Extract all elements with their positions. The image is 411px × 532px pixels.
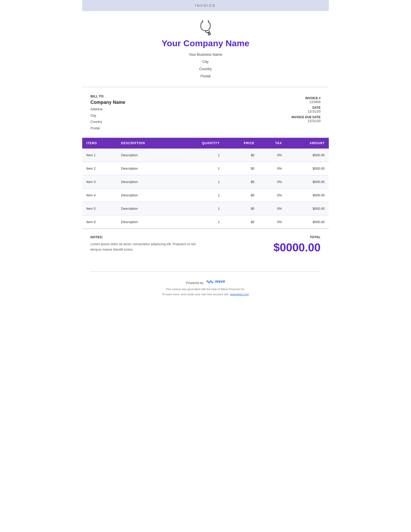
notes-block: NOTES: Lorem ipsum dolor sit amet, conse…	[90, 235, 203, 252]
item-price: $0	[224, 188, 258, 202]
item-price: $0	[224, 149, 258, 162]
bill-to-label: BILL TO:	[90, 94, 125, 98]
bill-company-name: Company Name	[90, 100, 125, 105]
item-quantity: 1	[176, 149, 224, 162]
invoice-due-date-label: INVOICE DUE DATE	[292, 115, 321, 119]
item-name: Item 1	[82, 149, 117, 162]
item-amount: $000.00	[286, 175, 329, 188]
col-header-price: PRICE	[224, 138, 258, 149]
item-name: Item 3	[82, 175, 117, 188]
svg-point-3	[208, 20, 209, 21]
invoice-banner: INVOICE	[82, 0, 329, 11]
item-description: Description	[117, 202, 176, 215]
item-tax: 0%	[259, 202, 286, 215]
company-business-name: Your Business Name City Country Postal	[82, 51, 329, 80]
table-row: Item 4 Description 1 $0 0% $000.00	[82, 188, 329, 202]
item-name: Item 2	[82, 162, 117, 175]
item-quantity: 1	[176, 188, 224, 202]
col-header-items: ITEMS	[82, 138, 117, 149]
item-quantity: 1	[176, 202, 224, 215]
item-price: $0	[224, 202, 258, 215]
bill-city: City	[90, 113, 125, 119]
item-amount: $000.00	[286, 202, 329, 215]
item-description: Description	[117, 215, 176, 228]
footer-note: This invoice was generated with the help…	[82, 287, 329, 297]
table-row: Item 6 Description 1 $0 0% $000.00	[82, 215, 329, 228]
notes-label: NOTES:	[90, 235, 203, 239]
bill-to-block: BILL TO: Company Name Address City Count…	[90, 94, 125, 132]
items-table: ITEMS DESCRIPTION QUANTITY PRICE TAX AMO…	[82, 138, 329, 229]
item-price: $0	[224, 175, 258, 188]
total-label: TOTAL	[273, 235, 321, 239]
total-amount: $0000.00	[273, 241, 321, 254]
col-header-description: DESCRIPTION	[117, 138, 176, 149]
invoice-date-value: 12/31/20	[292, 109, 321, 113]
table-header-row: ITEMS DESCRIPTION QUANTITY PRICE TAX AMO…	[82, 138, 329, 149]
item-tax: 0%	[259, 149, 286, 162]
item-tax: 0%	[259, 215, 286, 228]
total-block: TOTAL $0000.00	[273, 235, 321, 254]
item-amount: $000.00	[286, 188, 329, 202]
invoice-info-block: INVOICE # 123456 DATE 12/31/20 INVOICE D…	[292, 94, 321, 132]
item-amount: $000.00	[286, 162, 329, 175]
table-row: Item 1 Description 1 $0 0% $000.00	[82, 149, 329, 162]
item-quantity: 1	[176, 175, 224, 188]
wave-label: wave	[215, 279, 225, 284]
invoice-date-label: DATE	[292, 106, 321, 109]
wave-icon	[206, 279, 213, 284]
item-amount: $000.00	[286, 215, 329, 228]
item-name: Item 4	[82, 188, 117, 202]
invoice-number-label: INVOICE #	[292, 96, 321, 100]
notes-total-section: NOTES: Lorem ipsum dolor sit amet, conse…	[82, 229, 329, 259]
bill-country: Country	[90, 119, 125, 125]
item-tax: 0%	[259, 188, 286, 202]
wave-logo: wave	[206, 279, 225, 284]
stethoscope-icon	[198, 20, 213, 36]
bill-postal: Postal	[90, 125, 125, 132]
invoice-page: INVOICE Your Company Name Your Business …	[82, 0, 329, 532]
table-row: Item 3 Description 1 $0 0% $000.00	[82, 175, 329, 188]
col-header-tax: TAX	[259, 138, 286, 149]
bill-address: Address	[90, 106, 125, 113]
item-name: Item 6	[82, 215, 117, 228]
company-header: Your Company Name Your Business Name Cit…	[82, 11, 329, 87]
item-amount: $000.00	[286, 149, 329, 162]
col-header-amount: AMOUNT	[286, 138, 329, 149]
table-row: Item 5 Description 1 $0 0% $000.00	[82, 202, 329, 215]
table-row: Item 2 Description 1 $0 0% $000.00	[82, 162, 329, 175]
bill-section: BILL TO: Company Name Address City Count…	[82, 87, 329, 138]
svg-point-1	[202, 20, 203, 21]
footer: Powered by wave This invoice was generat…	[82, 272, 329, 302]
item-quantity: 1	[176, 162, 224, 175]
company-name: Your Company Name	[82, 38, 329, 48]
invoice-due-date-value: 12/31/20	[292, 119, 321, 123]
invoice-banner-label: INVOICE	[195, 4, 216, 7]
item-price: $0	[224, 215, 258, 228]
notes-text: Lorem ipsum dolor sit amet, consectetur …	[90, 242, 203, 252]
item-quantity: 1	[176, 215, 224, 228]
item-tax: 0%	[259, 175, 286, 188]
powered-by: Powered by wave	[82, 279, 329, 285]
item-tax: 0%	[259, 162, 286, 175]
item-description: Description	[117, 149, 176, 162]
col-header-quantity: QUANTITY	[176, 138, 224, 149]
item-description: Description	[117, 175, 176, 188]
item-description: Description	[117, 162, 176, 175]
item-price: $0	[224, 162, 258, 175]
item-name: Item 5	[82, 202, 117, 215]
item-description: Description	[117, 188, 176, 202]
svg-point-5	[209, 33, 210, 34]
waveapps-link[interactable]: waveapps.com	[230, 293, 249, 296]
invoice-number-value: 123456	[292, 100, 321, 104]
